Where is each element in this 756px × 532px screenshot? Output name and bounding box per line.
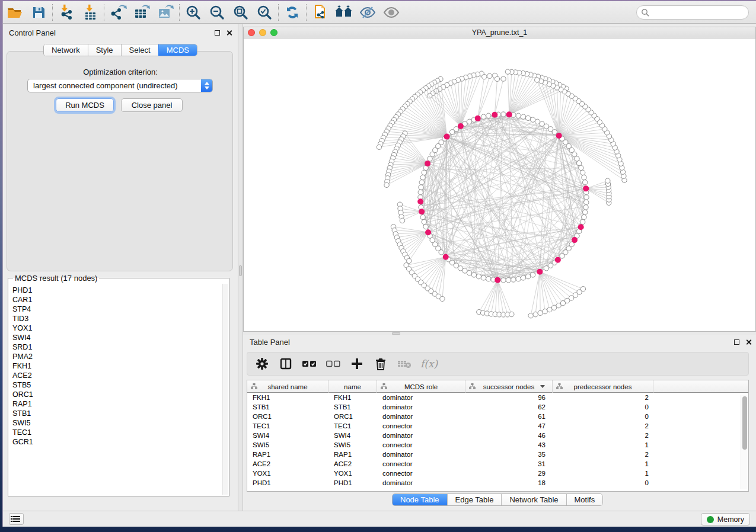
column-header-shared-name[interactable]: shared name [247,380,328,393]
export-network-icon[interactable] [106,2,130,23]
zoom-fit-icon[interactable] [229,2,253,23]
mcds-result-item[interactable]: SWI4 [12,333,222,342]
export-table-icon[interactable] [130,2,154,23]
network-view-window: YPA_prune.txt_1 [243,27,756,332]
mcds-result-item[interactable]: TID3 [12,314,222,323]
show-eye-icon[interactable] [379,2,403,23]
delete-table-icon[interactable] [397,356,412,371]
mcds-result-item[interactable]: STB1 [12,409,222,418]
column-header-filler [653,380,748,393]
tab-network[interactable]: Network [44,44,88,56]
close-panel-icon[interactable] [226,30,232,36]
mcds-result-item[interactable]: RAP1 [12,399,222,409]
share-document-icon[interactable] [308,2,332,23]
table-row[interactable]: TEC1TEC1connector472 [247,421,748,431]
open-file-icon[interactable] [3,2,27,23]
table-options-gear-icon[interactable] [254,356,270,371]
delete-column-trash-icon[interactable] [373,356,388,371]
tab-network-table[interactable]: Network Table [501,494,566,505]
select-all-checkboxes-icon[interactable] [302,356,317,371]
table-row[interactable]: FKH1FKH1dominator962 [247,393,748,402]
criterion-dropdown[interactable]: largest connected component (undirected) [27,79,213,92]
home-icon[interactable] [332,2,356,23]
mcds-result-item[interactable]: CAR1 [12,295,222,305]
zoom-out-icon[interactable] [205,2,229,23]
splitter-grab-handle[interactable] [392,332,400,335]
mcds-result-item[interactable]: SWI5 [12,418,222,428]
mcds-result-item[interactable]: PHD1 [12,286,222,295]
add-column-icon[interactable] [349,356,365,371]
float-panel-icon[interactable] [215,30,220,36]
mcds-result-item[interactable]: SRD1 [12,342,222,352]
function-builder-button[interactable]: f(x) [420,358,438,370]
mcds-result-list[interactable]: PHD1CAR1STP4TID3YOX1SWI4SRD1PMA2FKH1ACE2… [9,284,222,495]
table-toolbar: f(x) [247,352,749,376]
task-history-button[interactable] [9,513,24,525]
table-row[interactable]: SWI4SWI4dominator462 [247,431,748,440]
zoom-in-icon[interactable] [181,2,205,23]
mcds-result-item[interactable]: ACE2 [12,371,222,380]
column-header-name[interactable]: name [328,380,377,393]
close-panel-button[interactable]: Close panel [121,98,183,112]
tab-style[interactable]: Style [88,44,121,56]
mcds-result-item[interactable]: ORC1 [12,390,222,399]
refresh-layout-icon[interactable] [280,2,304,23]
run-mcds-button[interactable]: Run MCDS [56,98,114,112]
table-row[interactable]: RAP1RAP1dominator352 [247,450,748,459]
table-cell: 1 [553,440,653,450]
vertical-splitter[interactable] [238,24,243,511]
table-cell: 18 [465,478,553,488]
column-header-successor-nodes[interactable]: successor nodes [465,380,553,393]
column-header-predecessor-nodes[interactable]: predecessor nodes [553,380,653,393]
table-cell: RAP1 [328,450,377,459]
table-row[interactable]: ORC1ORC1dominator610 [247,412,748,421]
scrollbar-thumb[interactable] [742,396,747,450]
column-header-mcds-role[interactable]: MCDS role [377,380,465,393]
tab-edge-table[interactable]: Edge Table [447,494,502,505]
search-input[interactable] [649,7,748,18]
table-row[interactable]: STB1STB1dominator620 [247,402,748,412]
mcds-result-item[interactable]: FKH1 [12,361,222,371]
mcds-result-item[interactable]: PMA2 [12,352,222,361]
table-row[interactable]: YOX1YOX1connector291 [247,469,748,478]
column-label: shared name [267,383,307,390]
tab-motifs[interactable]: Motifs [566,494,603,505]
mcds-result-item[interactable]: GCR1 [12,437,222,447]
mcds-result-item[interactable]: STP4 [12,305,222,314]
table-row[interactable]: PHD1PHD1dominator180 [247,478,748,488]
tab-node-table[interactable]: Node Table [393,494,447,505]
list-icon [12,515,20,523]
table-cell: dominator [377,402,465,412]
tab-mcds[interactable]: MCDS [158,44,197,56]
float-panel-icon[interactable] [734,339,739,345]
import-network-icon[interactable] [55,2,78,23]
table-cell: connector [377,469,465,478]
mcds-result-item[interactable]: YOX1 [12,323,222,333]
table-cell: FKH1 [328,393,377,402]
table-panel-title: Table Panel [250,338,290,347]
mcds-list-scrollbar[interactable] [222,284,228,495]
table-header-row: shared name name MCDS role successor nod… [247,380,748,393]
save-session-icon[interactable] [27,2,50,23]
control-panel-tabs: Network Style Select MCDS [3,44,238,56]
table-scrollbar[interactable] [741,395,747,489]
table-cell: FKH1 [247,393,328,402]
mcds-result-item[interactable]: TEC1 [12,428,222,437]
memory-button[interactable]: Memory [701,513,750,525]
show-column-icon[interactable] [278,356,294,371]
table-cell: 96 [465,393,553,402]
hide-selected-eye-icon[interactable] [356,2,379,23]
zoom-selected-icon[interactable] [253,2,276,23]
network-window-title: YPA_prune.txt_1 [244,28,755,37]
deselect-all-checkboxes-icon[interactable] [326,356,341,371]
mcds-result-item[interactable]: STB5 [12,380,222,390]
export-image-icon[interactable] [154,2,177,23]
splitter-grab-handle[interactable] [239,265,242,276]
tab-select[interactable]: Select [121,44,158,56]
close-panel-icon[interactable] [745,339,752,345]
network-canvas[interactable] [244,39,755,331]
table-row[interactable]: ACE2ACE2connector311 [247,459,748,469]
table-row[interactable]: SWI5SWI5connector431 [247,440,748,450]
horizontal-splitter[interactable] [243,332,756,335]
import-table-icon[interactable] [78,2,102,23]
